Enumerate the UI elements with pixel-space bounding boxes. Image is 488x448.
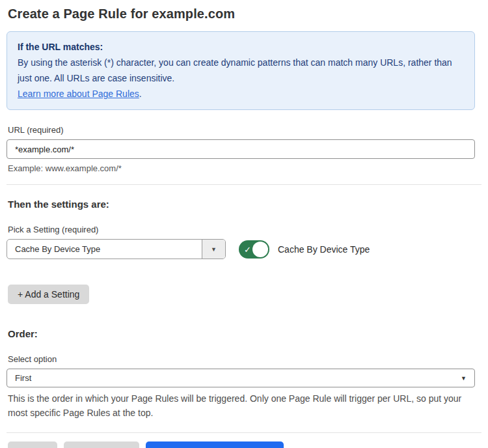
caret-down-icon: ▼ [461, 375, 467, 382]
save-as-draft-button[interactable]: Save as Draft [64, 441, 140, 448]
setting-toggle-group: ✓ Cache By Device Type [239, 240, 370, 259]
footer-actions: Cancel Save as Draft Save and Deploy Pag… [8, 441, 481, 448]
learn-more-link[interactable]: Learn more about Page Rules [18, 89, 139, 99]
order-select-value: First [15, 373, 31, 383]
info-box-heading: If the URL matches: [18, 39, 464, 55]
settings-section-heading: Then the settings are: [8, 199, 481, 210]
footer-divider [7, 432, 481, 433]
url-field-label: URL (required) [8, 125, 481, 135]
info-link-line: Learn more about Page Rules. [18, 86, 464, 102]
check-icon: ✓ [244, 245, 251, 253]
order-select[interactable]: First ▼ [7, 369, 475, 387]
select-option-label: Select option [8, 354, 481, 364]
url-match-info-box: If the URL matches: By using the asteris… [7, 31, 475, 110]
cache-by-device-type-toggle[interactable]: ✓ [239, 240, 269, 259]
create-page-rule-form: Create a Page Rule for example.com If th… [0, 0, 488, 448]
cancel-button[interactable]: Cancel [8, 441, 57, 448]
toggle-knob [252, 242, 268, 257]
toggle-label: Cache By Device Type [278, 244, 370, 255]
setting-row: Cache By Device Type ▼ ✓ Cache By Device… [7, 239, 481, 259]
section-divider [7, 184, 481, 185]
url-example-hint: Example: www.example.com/* [8, 163, 481, 173]
order-help-text: This is the order in which your Page Rul… [8, 391, 481, 420]
setting-dropdown[interactable]: Cache By Device Type ▼ [7, 239, 226, 259]
dropdown-arrow-button[interactable]: ▼ [202, 240, 225, 259]
order-section-heading: Order: [8, 328, 481, 339]
page-title: Create a Page Rule for example.com [8, 7, 481, 21]
info-box-body: By using the asterisk (*) character, you… [18, 55, 464, 86]
url-input[interactable] [7, 139, 475, 159]
pick-setting-label: Pick a Setting (required) [8, 225, 481, 234]
setting-dropdown-value: Cache By Device Type [7, 240, 202, 259]
link-period: . [139, 89, 142, 99]
save-and-deploy-button[interactable]: Save and Deploy Page Rule [146, 441, 284, 448]
chevron-down-icon: ▼ [211, 246, 217, 253]
add-setting-button[interactable]: + Add a Setting [8, 285, 89, 304]
